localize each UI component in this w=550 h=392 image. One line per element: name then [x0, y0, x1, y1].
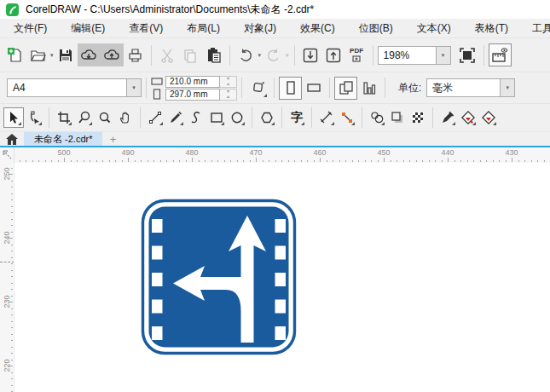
magnifier-tool[interactable] — [95, 107, 115, 128]
export-button[interactable] — [322, 43, 345, 66]
artistic-media-tool[interactable] — [165, 107, 186, 128]
zoom-level-value[interactable]: 198% — [379, 49, 436, 61]
open-document-button[interactable] — [26, 43, 49, 66]
pan-tool[interactable] — [115, 107, 136, 128]
save-button[interactable] — [55, 43, 78, 66]
landscape-orientation-button[interactable] — [302, 77, 325, 100]
ruler-tick — [11, 212, 13, 213]
new-tab-button[interactable]: + — [102, 132, 123, 146]
cut-button — [156, 43, 179, 66]
menu-item-file[interactable]: 文件(F) — [5, 19, 55, 38]
show-rulers-button[interactable] — [489, 43, 512, 66]
ruler-tick — [11, 385, 13, 386]
document-tab-active[interactable]: 未命名 -2.cdr* — [24, 132, 102, 146]
menu-item-effects[interactable]: 效果(C) — [292, 19, 344, 38]
page-height-value[interactable]: 297.0 mm — [170, 89, 207, 99]
document-tab-bar: 未命名 -2.cdr* + — [0, 132, 550, 146]
eyedropper-tool[interactable] — [437, 107, 458, 128]
pick-tool[interactable] — [3, 107, 24, 128]
units-combo[interactable]: 毫米 ▾ — [426, 78, 515, 97]
ruler-tick — [11, 296, 13, 297]
drop-shadow-tool[interactable] — [387, 107, 408, 128]
welcome-home-button[interactable] — [0, 132, 24, 146]
open-dropdown-arrow[interactable]: ▾ — [50, 52, 54, 59]
ruler-tick — [448, 158, 449, 162]
ruler-tick — [64, 158, 65, 162]
fullscreen-preview-button[interactable] — [456, 43, 479, 66]
menu-item-tools[interactable]: 工具(O) — [524, 19, 550, 38]
new-document-button[interactable] — [3, 43, 26, 66]
ruler-origin-corner[interactable] — [0, 147, 14, 163]
menu-item-bitmaps[interactable]: 位图(B) — [350, 19, 402, 38]
interactive-fill-tool[interactable] — [458, 107, 478, 128]
ruler-tick — [537, 160, 538, 162]
zoom-tool[interactable] — [74, 107, 95, 128]
ruler-tick — [442, 160, 443, 162]
menu-item-object[interactable]: 对象(J) — [235, 19, 285, 38]
menu-item-view[interactable]: 查看(V) — [120, 19, 171, 38]
ruler-tick — [301, 160, 302, 162]
smart-fill-tool[interactable] — [478, 107, 499, 128]
cloud-upload-button[interactable] — [101, 43, 124, 66]
vertical-ruler[interactable]: 250240230220 — [0, 163, 14, 392]
toolbar-separator — [373, 45, 373, 66]
ruler-tick — [493, 160, 494, 162]
polygon-tool[interactable] — [257, 107, 277, 128]
page-height-field[interactable]: 297.0 mm — [165, 89, 220, 101]
ellipse-tool[interactable] — [227, 107, 247, 128]
b-spline-tool[interactable] — [186, 107, 206, 128]
page-width-field[interactable]: 210.0 mm — [165, 76, 220, 88]
undo-button[interactable] — [234, 43, 258, 66]
window-title: CorelDRAW - C:\Users\Administrator\Docum… — [26, 3, 314, 17]
menu-item-text[interactable]: 文本(X) — [408, 19, 460, 38]
mesh-fill-tool[interactable] — [408, 107, 428, 128]
undo-dropdown-arrow[interactable]: ▾ — [258, 52, 262, 59]
page-size-dropdown-arrow[interactable]: ▾ — [126, 79, 141, 96]
portrait-orientation-button[interactable] — [279, 77, 302, 100]
toolbar-separator — [229, 45, 230, 66]
paste-button[interactable] — [202, 43, 225, 66]
zoom-dropdown-arrow[interactable]: ▾ — [436, 47, 450, 64]
property-bar: A4 ▾ 210.0 mm ▾▴ 297.0 mm ▾▴ — [0, 72, 550, 104]
import-button[interactable] — [299, 43, 322, 66]
plus-icon: + — [110, 133, 117, 146]
traffic-sign-object[interactable] — [141, 199, 297, 355]
page-width-spinner[interactable]: ▾▴ — [220, 76, 237, 88]
ruler-tick — [77, 160, 78, 162]
ruler-tick — [486, 160, 487, 162]
toolbox-separator — [281, 107, 282, 128]
drawing-canvas[interactable] — [14, 163, 550, 392]
horizontal-ruler[interactable]: 500490480470460450440430 — [14, 147, 550, 163]
all-pages-size-button[interactable] — [334, 77, 357, 100]
current-page-size-button[interactable] — [357, 77, 380, 100]
ruler-tick — [409, 160, 410, 162]
print-button[interactable] — [124, 43, 147, 66]
toolbox-separator — [362, 107, 362, 128]
freehand-tool[interactable] — [145, 107, 165, 128]
page-height-spinner[interactable]: ▾▴ — [220, 89, 237, 101]
shape-tool[interactable] — [24, 107, 44, 128]
units-dropdown-arrow[interactable]: ▾ — [500, 79, 514, 96]
page-width-value[interactable]: 210.0 mm — [170, 77, 207, 86]
toolbox-separator — [432, 107, 433, 128]
blend-tool[interactable] — [367, 107, 387, 128]
crop-tool[interactable] — [54, 107, 74, 128]
text-tool[interactable]: 字 — [287, 107, 307, 128]
ruler-tick — [11, 347, 13, 348]
menu-item-layout[interactable]: 布局(L) — [178, 19, 229, 38]
ruler-tick — [90, 160, 90, 162]
menu-item-table[interactable]: 表格(T) — [466, 19, 517, 38]
pdf-icon: PDF — [350, 48, 363, 55]
zoom-level-combo[interactable]: 198% ▾ — [378, 46, 451, 65]
page-size-preset-value[interactable]: A4 — [8, 82, 126, 94]
ruler-tick — [11, 378, 13, 379]
page-size-preset-combo[interactable]: A4 ▾ — [7, 78, 142, 97]
nudge-offset-button[interactable] — [246, 77, 269, 100]
connector-tool[interactable] — [337, 107, 357, 128]
rectangle-tool[interactable] — [206, 107, 227, 128]
dimension-tool[interactable] — [316, 107, 337, 128]
cloud-download-button[interactable] — [78, 43, 101, 66]
units-value[interactable]: 毫米 — [427, 81, 500, 95]
publish-to-pdf-button[interactable]: PDF — [345, 43, 368, 66]
menu-item-edit[interactable]: 编辑(E) — [62, 19, 113, 38]
